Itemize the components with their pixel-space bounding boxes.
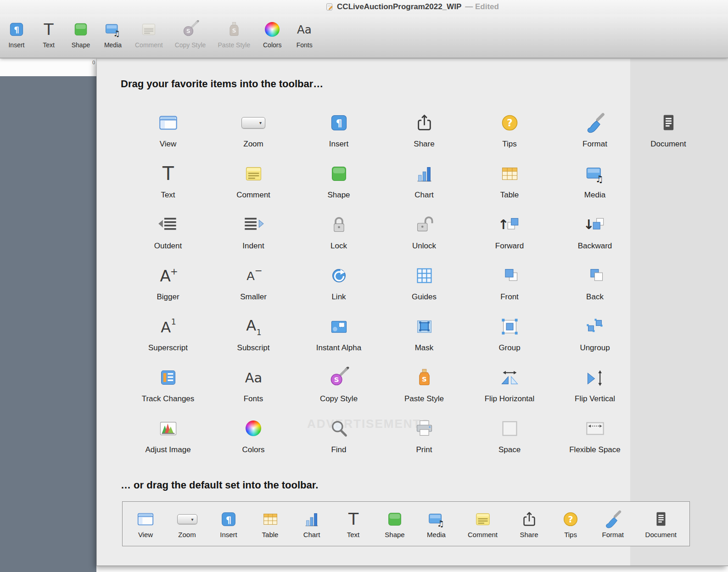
item-label: Shape [327,191,350,200]
ruler-strip: 0 [0,59,96,77]
grid-item-ungroup[interactable]: Ungroup [552,308,638,359]
grid-item-backward[interactable]: ↓Backward [552,207,638,258]
guides-icon [412,264,436,287]
grid-item-group[interactable]: Group [467,308,552,359]
grid-item-document[interactable]: Document [626,105,711,156]
format-icon [583,111,607,134]
svg-text:S: S [232,27,236,34]
grid-item-media[interactable]: ♫Media [552,156,638,207]
grid-item-space[interactable]: Space [467,410,552,461]
format-icon [603,509,623,529]
grid-item-unlock[interactable]: Unlock [381,207,467,258]
grid-item-superscript[interactable]: A1Superscript [125,308,211,359]
def-item-document[interactable]: Document [645,509,677,538]
grid-item-guides[interactable]: Guides [381,258,467,308]
grid-item-shape[interactable]: Shape [296,156,381,207]
grid-item-flip-vertical[interactable]: Flip Vertical [552,359,638,410]
lock-icon [327,213,351,236]
grid-item-bigger[interactable]: A+Bigger [125,258,211,308]
toolbar-item-media[interactable]: ♫Media [103,14,123,49]
toolbar-item-text[interactable]: TText [39,14,59,49]
def-item-share[interactable]: Share [519,509,539,538]
grid-item-paste-style[interactable]: SPaste Style [381,359,467,410]
grid-item-flexible-space[interactable]: Flexible Space [552,410,638,461]
grid-item-smaller[interactable]: A−Smaller [211,258,296,308]
grid-item-outdent[interactable]: Outdent [125,207,211,258]
toolbar-item-fonts[interactable]: AaFonts [294,14,314,49]
grid-item-indent[interactable]: Indent [211,207,296,258]
grid-item-mask[interactable]: Mask [381,308,467,359]
svg-text:T: T [162,163,174,185]
def-item-media[interactable]: ♫Media [426,509,447,538]
toolbar-item-copy-style[interactable]: SCopy Style [175,14,206,49]
def-item-insert[interactable]: ¶Insert [218,509,239,538]
indent-icon [241,213,265,236]
item-label: View [160,140,177,149]
grid-item-print[interactable]: Print [381,410,467,461]
def-item-format[interactable]: Format [602,509,624,538]
def-item-view[interactable]: View [135,509,156,538]
item-label: Superscript [148,343,188,353]
svg-text:T: T [43,20,54,39]
item-label: Paste Style [218,41,250,49]
item-label: Insert [220,531,237,538]
def-item-zoom[interactable]: ▾Zoom [177,509,197,538]
grid-item-text[interactable]: TText [125,156,211,207]
grid-item-comment[interactable]: Comment [211,156,296,207]
def-item-comment[interactable]: Comment [468,509,498,538]
toolbar-items: ¶InsertTTextShape♫MediaCommentSCopy Styl… [6,14,314,49]
item-label: Mask [415,343,434,353]
grid-item-tips[interactable]: ?Tips [467,105,552,156]
grid-item-instant-alpha[interactable]: Instant Alpha [296,308,381,359]
grid-item-link[interactable]: Link [296,258,381,308]
ungroup-icon [583,315,607,338]
def-item-shape[interactable]: Shape [385,509,405,538]
svg-text:S: S [422,375,427,383]
toolbar-item-paste-style[interactable]: SPaste Style [218,14,250,49]
grid-item-fonts[interactable]: AaFonts [211,359,296,410]
grid-item-back[interactable]: Back [552,258,638,308]
toolbar-item-colors[interactable]: Colors [262,14,282,49]
grid-item-colors[interactable]: Colors [211,410,296,461]
grid-item-adjust-image[interactable]: Adjust Image [125,410,211,461]
item-label: Comment [236,191,270,200]
grid-item-lock[interactable]: Lock [296,207,381,258]
grid-item-insert[interactable]: ¶Insert [296,105,381,156]
text-icon: T [39,20,58,39]
toolbar-item-shape[interactable]: Shape [71,14,91,49]
def-item-tips[interactable]: ?Tips [560,509,581,538]
share-icon [519,509,539,529]
grid-item-front[interactable]: Front [467,258,552,308]
item-label: Copy Style [175,41,206,49]
grid-item-view[interactable]: View [125,105,211,156]
grid-item-forward[interactable]: ↑Forward [467,207,552,258]
grid-item-subscript[interactable]: A1Subscript [211,308,296,359]
insert-icon: ¶ [327,111,351,134]
toolbar-item-insert[interactable]: ¶Insert [6,14,27,49]
chart-icon [412,162,436,185]
item-label: Text [43,41,55,49]
document-proxy-icon[interactable] [325,3,334,11]
item-label: Comment [468,531,498,538]
grid-item-table[interactable]: Table [467,156,552,207]
svg-text:♫: ♫ [437,519,444,528]
grid-item-find[interactable]: Find [296,410,381,461]
grid-item-share[interactable]: Share [381,105,467,156]
grid-item-format[interactable]: Format [552,105,638,156]
grid-item-track-changes[interactable]: Track Changes [125,359,211,410]
paste-style-icon: S [412,366,436,389]
grid-item-chart[interactable]: Chart [381,156,467,207]
def-item-text[interactable]: TText [343,509,364,538]
def-item-chart[interactable]: Chart [302,509,322,538]
svg-text:¶: ¶ [14,25,19,34]
customize-toolbar-sheet: Drag your favorite items into the toolba… [96,59,728,566]
flip-h-icon [498,366,521,389]
toolbar-item-comment[interactable]: Comment [135,14,163,49]
grid-item-flip-horizontal[interactable]: Flip Horizontal [467,359,552,410]
subscript-icon: A1 [241,315,265,338]
svg-text:¶: ¶ [226,515,231,525]
comment-icon [139,20,158,39]
def-item-table[interactable]: Table [260,509,280,538]
grid-item-copy-style[interactable]: SCopy Style [296,359,381,410]
grid-item-zoom[interactable]: ▾Zoom [211,105,296,156]
